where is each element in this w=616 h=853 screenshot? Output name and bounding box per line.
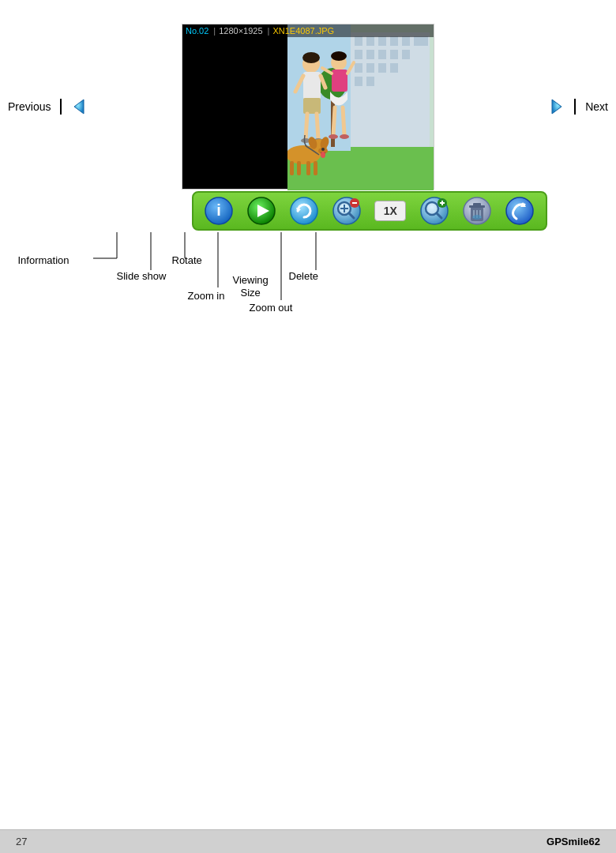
photo-scene-svg <box>287 24 434 190</box>
exit-button[interactable] <box>502 194 537 227</box>
svg-line-39 <box>333 107 335 135</box>
slideshow-button[interactable] <box>244 194 279 227</box>
zoom-out-button[interactable] <box>417 194 452 227</box>
svg-point-59 <box>291 197 317 224</box>
svg-point-35 <box>331 51 347 61</box>
svg-rect-51 <box>297 161 301 175</box>
svg-rect-12 <box>390 50 398 59</box>
svg-text:i: i <box>217 201 222 219</box>
svg-rect-26 <box>303 72 321 100</box>
svg-rect-13 <box>402 50 410 59</box>
svg-marker-0 <box>74 100 84 114</box>
svg-rect-77 <box>473 203 481 206</box>
svg-rect-4 <box>366 36 374 46</box>
viewing-size-value: 1X <box>374 201 406 221</box>
svg-point-42 <box>340 134 349 139</box>
svg-point-81 <box>472 215 482 220</box>
photo-resolution: 1280×1925 <box>219 26 262 36</box>
svg-point-48 <box>321 148 325 151</box>
photo-number: No.02 <box>186 26 208 36</box>
photo-filename: XN1E4087.JPG <box>272 26 334 36</box>
slideshow-label: Slide show <box>117 270 167 282</box>
svg-rect-15 <box>366 63 374 73</box>
svg-rect-36 <box>332 70 347 92</box>
svg-rect-50 <box>290 161 294 175</box>
toolbar: i <box>192 191 547 231</box>
svg-rect-5 <box>378 36 386 46</box>
image-viewer-container: Previous No.02 | <box>0 24 616 190</box>
previous-arrow-button[interactable] <box>71 98 88 115</box>
svg-rect-18 <box>355 77 362 86</box>
image-frame: No.02 | 1280×1925 | XN1E4087.JPG <box>182 24 434 190</box>
zoom-out-label: Zoom out <box>250 302 293 314</box>
delete-button[interactable] <box>460 194 494 227</box>
svg-point-49 <box>321 152 325 158</box>
photo-meta-bar: No.02 | 1280×1925 | XN1E4087.JPG <box>182 24 434 37</box>
footer: 27 GPSmile62 <box>0 829 616 853</box>
information-label: Information <box>18 254 69 266</box>
viewing-size-display: 1X <box>371 194 409 227</box>
next-nav[interactable]: Next <box>547 98 608 115</box>
main-area: Previous No.02 | <box>0 0 616 829</box>
next-arrow-button[interactable] <box>547 98 565 115</box>
svg-line-40 <box>343 107 344 135</box>
svg-rect-29 <box>303 98 321 114</box>
svg-rect-19 <box>366 77 374 86</box>
svg-rect-11 <box>378 50 386 59</box>
svg-point-82 <box>506 197 533 224</box>
viewing-size-label: ViewingSize <box>233 274 269 299</box>
labels-svg <box>93 231 617 333</box>
svg-point-25 <box>302 52 320 63</box>
svg-rect-3 <box>355 36 362 46</box>
zoom-in-label: Zoom in <box>188 290 225 302</box>
svg-rect-52 <box>306 161 310 175</box>
svg-rect-53 <box>314 161 317 175</box>
svg-rect-17 <box>390 63 398 73</box>
svg-rect-8 <box>414 36 428 46</box>
information-button[interactable]: i <box>201 194 236 227</box>
next-label: Next <box>585 100 608 113</box>
rotate-button[interactable] <box>287 194 321 227</box>
svg-rect-10 <box>366 50 374 59</box>
page-number: 27 <box>16 836 27 847</box>
svg-rect-7 <box>402 36 410 46</box>
svg-point-41 <box>329 134 338 139</box>
svg-rect-14 <box>355 63 362 73</box>
rotate-label: Rotate <box>172 254 202 266</box>
svg-marker-54 <box>552 100 562 114</box>
previous-label: Previous <box>8 100 51 113</box>
svg-line-31 <box>317 114 318 139</box>
svg-rect-6 <box>390 36 398 46</box>
svg-rect-16 <box>378 63 386 73</box>
brand-name: GPSmile62 <box>547 836 600 847</box>
labels-area: Information Slide show Rotate Zoom in Vi… <box>93 231 617 333</box>
svg-line-30 <box>306 114 307 139</box>
svg-rect-9 <box>355 50 362 59</box>
photo-content <box>287 24 434 190</box>
delete-label: Delete <box>289 270 319 282</box>
previous-nav[interactable]: Previous <box>8 98 88 115</box>
zoom-in-button[interactable] <box>329 194 364 227</box>
